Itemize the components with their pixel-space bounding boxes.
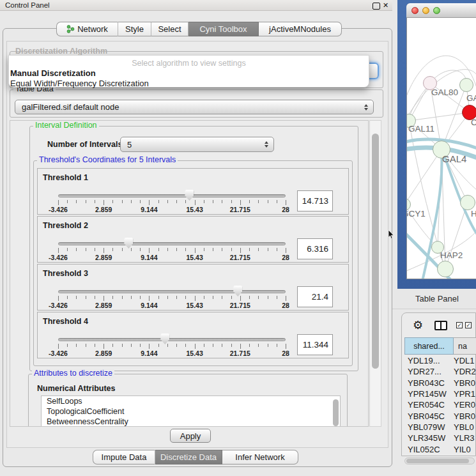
close-traffic-light-icon[interactable] (411, 7, 418, 14)
node-table-rows[interactable]: YDL19...YDL1YDR27...YDR2YBR043CYBR0YPR14… (404, 355, 476, 456)
cell-name[interactable]: YDR2 (454, 367, 476, 376)
table-row[interactable]: YBL079WYBL0 (404, 422, 476, 433)
table-row[interactable]: YLR345WYLR3 (404, 433, 476, 443)
table-row[interactable]: YBR043CYBR0 (404, 378, 476, 388)
cell-name[interactable]: YPR1 (454, 389, 476, 399)
numerical-attributes-list[interactable]: SelfLoopsTopologicalCoefficientBetweenne… (41, 395, 341, 427)
application-window: Control Panel ✕ Network Style Select Cyn… (0, 0, 476, 476)
threshold-1-slider-thumb[interactable] (185, 190, 194, 201)
tab-discretize-data[interactable]: Discretize Data (155, 450, 222, 464)
threshold-4-slider-thumb[interactable] (160, 334, 169, 344)
cell-shared-name[interactable]: YIL052C (404, 445, 454, 454)
cell-name[interactable]: YIL0 (454, 445, 476, 454)
slider-tick (122, 296, 123, 299)
slider-tick (195, 344, 196, 349)
checkbox-icon[interactable]: ✓ (456, 322, 463, 328)
column-header-name[interactable]: na (454, 337, 476, 355)
attribute-item[interactable]: TopologicalCoefficient (42, 406, 340, 417)
node-h[interactable] (460, 195, 475, 210)
tab-select[interactable]: Select (151, 22, 188, 36)
node-label-gal4: GAL4 (442, 153, 466, 164)
cell-name[interactable]: YLR3 (454, 433, 476, 443)
column-header-shared-name[interactable]: shared... (404, 337, 454, 355)
slider-tick (112, 296, 113, 299)
float-window-icon[interactable] (372, 3, 380, 10)
cell-shared-name[interactable]: YDL19... (404, 356, 454, 365)
slider-tick (104, 344, 104, 349)
list-scrollbar-thumb[interactable] (333, 399, 339, 426)
tab-infer-network[interactable]: Infer Network (222, 450, 298, 464)
slider-tick (268, 344, 268, 347)
slider-tick (249, 296, 250, 299)
cell-name[interactable]: YBL0 (454, 422, 476, 432)
threshold-3-slider-track[interactable] (58, 290, 286, 293)
settings-scrollbar[interactable] (369, 120, 381, 427)
minimize-traffic-light-icon[interactable] (422, 7, 429, 14)
node-bottom[interactable] (437, 261, 454, 277)
tab-network[interactable]: Network (56, 22, 118, 36)
number-of-intervals-combobox[interactable]: 5 (120, 137, 274, 152)
cell-shared-name[interactable]: YLR345W (404, 433, 454, 443)
cell-name[interactable]: YBR0 (454, 378, 476, 388)
network-window-titlebar[interactable] (406, 3, 476, 18)
threshold-2-slider-track[interactable] (58, 242, 286, 245)
checkbox-icon[interactable]: ✓ (465, 322, 472, 328)
slider-tick (213, 296, 213, 299)
threshold-1-slider-track[interactable] (58, 194, 286, 197)
slider-tick-label: 9.144 (141, 349, 157, 357)
cell-shared-name[interactable]: YPR145W (404, 389, 454, 399)
close-icon[interactable]: ✕ (383, 1, 388, 10)
settings-scrollbar-thumb[interactable] (372, 134, 379, 369)
columns-icon[interactable] (434, 321, 447, 330)
table-row[interactable]: YIL052CYIL0 (404, 443, 476, 454)
cell-shared-name[interactable]: YDR27... (404, 367, 454, 376)
tab-style[interactable]: Style (118, 22, 151, 36)
threshold-1-row: Threshold 1 -3.4262.8599.14415.4321.7152… (37, 168, 349, 215)
cell-shared-name[interactable]: YER054C (404, 400, 454, 410)
cell-name[interactable]: YDL1 (454, 356, 476, 365)
gear-icon[interactable]: ⚙ (413, 318, 423, 332)
threshold-3-slider-thumb[interactable] (233, 286, 242, 296)
table-row[interactable]: YPR145WYPR1 (404, 388, 476, 399)
attribute-item[interactable]: BetweennessCentrality (42, 417, 340, 427)
table-row[interactable]: YDL19...YDL1 (404, 355, 476, 366)
slider-tick (112, 248, 113, 251)
menu-item-manual-discretization[interactable]: Manual Discretization (10, 68, 96, 78)
slider-tick-label: -3.426 (49, 206, 68, 213)
threshold-1-value-field[interactable]: 14.713 (297, 190, 333, 211)
node-green-topright[interactable] (459, 78, 473, 92)
attribute-item[interactable]: SelfLoops (42, 396, 340, 406)
slider-tick (204, 248, 204, 251)
table-horizontal-scrollbar[interactable] (404, 457, 475, 464)
tab-jactivemnodules[interactable]: jActiveMNodules (259, 22, 342, 36)
cell-name[interactable]: YER0 (454, 400, 476, 410)
menu-item-equal-width-frequency[interactable]: Equal Width/Frequency Discretization (10, 79, 149, 88)
tab-cyni-toolbox[interactable]: Cyni Toolbox (188, 22, 259, 36)
slider-tick (67, 344, 68, 347)
threshold-2-slider-thumb[interactable] (124, 238, 133, 249)
slider-tick (149, 200, 150, 205)
slider-tick (104, 296, 104, 301)
threshold-4-slider-track[interactable] (58, 338, 286, 341)
cell-name[interactable]: YBR0 (454, 411, 476, 421)
popup-hint: Select algorithm to view settings (9, 59, 369, 68)
threshold-2-value-field[interactable]: 6.316 (297, 238, 333, 259)
threshold-4-value-field[interactable]: 11.344 (297, 334, 333, 355)
table-row[interactable]: YER054CYER0 (404, 399, 476, 410)
network-canvas[interactable]: GAL80GACGAL11GAL4GCY1HHAP2 (407, 18, 476, 279)
slider-tick-label: 28 (282, 349, 289, 357)
table-data-combobox[interactable]: galFiltered.sif default node (15, 100, 374, 114)
table-horizontal-scrollbar-thumb[interactable] (406, 459, 469, 463)
slider-tick-label: 28 (282, 254, 289, 261)
slider-tick (258, 296, 259, 299)
apply-button[interactable]: Apply (170, 429, 211, 443)
threshold-3-value-field[interactable]: 21.4 (297, 286, 333, 307)
table-row[interactable]: YBR045CYBR0 (404, 410, 476, 421)
cell-shared-name[interactable]: YBL079W (404, 422, 454, 432)
cell-shared-name[interactable]: YBR043C (404, 378, 454, 388)
slider-tick (122, 200, 123, 203)
tab-impute-data[interactable]: Impute Data (93, 450, 155, 464)
cell-shared-name[interactable]: YBR045C (404, 411, 454, 421)
zoom-traffic-light-icon[interactable] (433, 7, 440, 14)
table-row[interactable]: YDR27...YDR2 (404, 366, 476, 377)
